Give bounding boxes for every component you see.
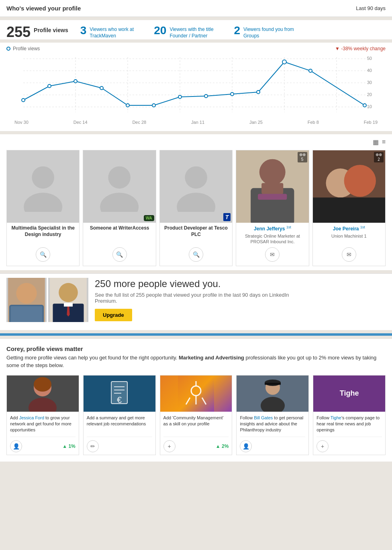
viewer-avatar-joe: ⊕⊕ 2 <box>313 150 385 223</box>
more-viewers-section: 250 more people viewed you. See the full… <box>0 273 392 330</box>
more-avatar-svg-2 <box>48 278 88 322</box>
viewer-title-joe: Union Machinist 1 <box>329 233 369 241</box>
bill-gates-link[interactable]: Bill Gates <box>254 415 273 420</box>
svg-point-49 <box>59 283 78 302</box>
stat-number-views: 255 <box>6 25 31 39</box>
tips-section: Corey, profile views matter Getting more… <box>0 339 392 462</box>
svg-point-36 <box>259 159 286 185</box>
viewer-name-joe[interactable]: Joe Pereira 1st <box>331 223 368 233</box>
viewer-avatar-1 <box>7 150 79 223</box>
svg-point-17 <box>48 84 51 88</box>
stat-label-views: Profile views <box>34 25 68 34</box>
chart-legend: Profile views ▼ -38% weekly change <box>6 46 386 51</box>
list-view-icon[interactable]: ≡ <box>382 138 386 146</box>
viewer-action-jenn[interactable]: ✉ <box>265 247 280 262</box>
tips-description: Getting more profile views can help you … <box>6 354 386 369</box>
svg-point-25 <box>257 90 260 94</box>
svg-rect-38 <box>261 183 283 194</box>
x-label-jan25: Jan 25 <box>249 120 263 125</box>
svg-point-22 <box>178 95 182 99</box>
viewer-card-2: WA Someone at WriterAccess 🔍 <box>83 150 156 266</box>
tip-body-jessica: Add Jessica Ford to grow your network an… <box>7 412 79 455</box>
svg-point-19 <box>100 86 103 90</box>
svg-rect-43 <box>313 197 385 223</box>
silhouette-icon-3 <box>171 161 221 212</box>
svg-text:30: 30 <box>367 80 372 85</box>
tip-image-tighe: Tighe <box>313 376 385 412</box>
jessica-ford-link[interactable]: Jessica Ford <box>19 415 44 420</box>
x-label-feb8: Feb 8 <box>308 120 319 125</box>
tip-action-summary[interactable]: ✏ <box>87 440 99 452</box>
stat-label-trackmaven: Viewers who work at TrackMaven <box>90 25 142 39</box>
svg-point-18 <box>74 80 77 83</box>
tips-desc-bold: Marketing and Advertising <box>179 355 244 361</box>
period-label: Last 90 days <box>356 5 386 11</box>
tip-text-skill: Add 'Community Management' as a skill on… <box>163 415 229 433</box>
viewers-grid: Multimedia Specialist in the Design indu… <box>6 150 386 266</box>
viewer-name-jenn[interactable]: Jenn Jefferys 1st <box>251 223 294 233</box>
tip-action-tighe[interactable]: + <box>316 440 329 452</box>
tighe-link[interactable]: Tighe <box>331 415 341 420</box>
stats-row: 255 Profile views 3 Viewers who work at … <box>0 20 392 39</box>
viewer-name-3: Product Developer at Tesco PLC <box>160 223 232 238</box>
x-label-jan11: Jan 11 <box>191 120 204 125</box>
tips-desc-start: Getting more profile views can help you … <box>6 355 177 361</box>
stat-number-founder: 20 <box>154 25 166 36</box>
tip-card-jessica: Add Jessica Ford to grow your network an… <box>6 375 79 455</box>
svg-point-32 <box>100 193 139 212</box>
tip-image-skill <box>160 376 232 412</box>
chart-container: 50 40 30 20 10 <box>6 54 386 118</box>
chart-legend-left: Profile views <box>6 46 40 51</box>
tip-body-summary: Add a summary and get more relevant job … <box>84 412 155 455</box>
badge-tesco-icon: T <box>225 214 229 220</box>
viewer-avatar-jenn: ⊕⊕ 5 <box>236 150 308 223</box>
upgrade-button[interactable]: Upgrade <box>95 309 132 321</box>
viewer-action-3[interactable]: 🔍 <box>189 247 203 262</box>
tip-action-billgates[interactable]: 👤 <box>240 440 252 452</box>
tips-title: Corey, profile views matter <box>6 345 386 352</box>
viewer-avatar-2: WA <box>83 150 155 223</box>
svg-point-56 <box>34 377 51 392</box>
tip-text-summary: Add a summary and get more relevant job … <box>87 415 152 433</box>
svg-point-16 <box>22 99 25 102</box>
svg-point-23 <box>204 94 208 98</box>
viewer-action-2[interactable]: 🔍 <box>112 247 127 262</box>
more-avatar-1 <box>6 278 47 322</box>
skill-icon-svg <box>178 376 214 412</box>
svg-rect-73 <box>265 383 281 385</box>
tip-percent-jessica: ▲ 1% <box>62 443 76 449</box>
conn-icon-joe: ⊕⊕ <box>376 152 382 157</box>
svg-point-31 <box>108 166 131 189</box>
section-divider <box>0 333 392 336</box>
chart-section: Profile views ▼ -38% weekly change 50 40… <box>0 43 392 131</box>
viewers-toolbar: ▦ ≡ <box>6 138 386 146</box>
conn-icon-jenn: ⊕⊕ <box>299 152 306 157</box>
x-label-dec28: Dec 28 <box>132 120 146 125</box>
stat-number-groups: 2 <box>234 25 240 36</box>
viewer-card-jenn: ⊕⊕ 5 Jenn Jefferys 1st Strategic Online … <box>236 150 309 266</box>
tip-image-billgates <box>237 376 308 412</box>
svg-rect-46 <box>10 305 43 322</box>
x-axis-labels: Nov 30 Dec 14 Dec 28 Jan 11 Jan 25 Feb 8… <box>6 118 386 125</box>
tips-grid: Add Jessica Ford to grow your network an… <box>6 375 386 455</box>
viewers-section: ▦ ≡ Multimedia Specialist in the Design … <box>0 134 392 270</box>
viewer-action-1[interactable]: 🔍 <box>36 247 50 262</box>
tip-action-skill[interactable]: + <box>163 440 176 452</box>
grid-view-icon[interactable]: ▦ <box>373 138 379 146</box>
chart-weekly-change: ▼ -38% weekly change <box>335 46 386 51</box>
svg-point-27 <box>309 69 312 72</box>
more-count-label: 250 more people viewed you. <box>95 278 296 289</box>
svg-rect-63 <box>178 376 214 412</box>
stat-groups[interactable]: 2 Viewers found you from Groups <box>234 25 308 39</box>
page-header: Who's viewed your profile Last 90 days <box>0 0 392 17</box>
stat-trackmaven[interactable]: 3 Viewers who work at TrackMaven <box>80 25 154 39</box>
viewer-action-joe[interactable]: ✉ <box>342 247 356 262</box>
svg-text:50: 50 <box>367 56 372 61</box>
stat-founder[interactable]: 20 Viewers with the title Founder / Part… <box>154 25 234 39</box>
tip-body-billgates: Follow Bill Gates to get personal insigh… <box>237 412 308 455</box>
stat-profile-views: 255 Profile views <box>6 25 80 39</box>
svg-point-28 <box>363 104 366 107</box>
viewer-card-1: Multimedia Specialist in the Design indu… <box>6 150 80 266</box>
tip-action-jessica[interactable]: 👤 <box>10 440 22 452</box>
silhouette-icon-2 <box>94 161 145 212</box>
